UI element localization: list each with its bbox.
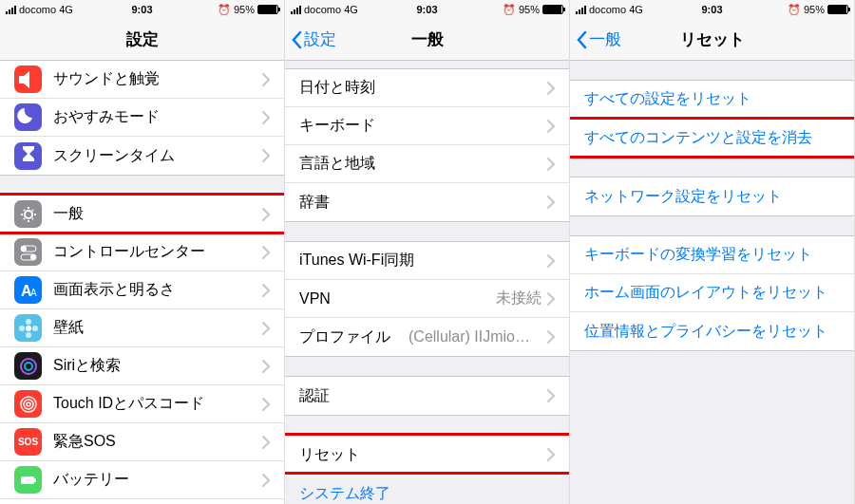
list-row[interactable]: 言語と地域 (285, 145, 569, 183)
group: サウンドと触覚おやすみモードスクリーンタイム (0, 61, 284, 176)
settings-row[interactable]: Siriと検索 (0, 347, 284, 385)
flower-icon (14, 314, 42, 342)
chevron-right-icon (262, 322, 270, 335)
svg-point-8 (26, 319, 31, 325)
status-time: 9:03 (131, 4, 152, 15)
battery-icon (257, 5, 278, 14)
status-bar: docomo 4G 9:03 ⏰ 95% (285, 0, 569, 19)
list-row[interactable]: キーボードの変換学習をリセット (570, 236, 854, 274)
row-label: 日付と時刻 (299, 78, 547, 98)
row-label: 緊急SOS (53, 432, 262, 452)
screen-reset: docomo 4G 9:03 ⏰ 95% 一般 リセット すべての設定をリセット… (570, 0, 855, 504)
list-row[interactable]: 位置情報とプライバシーをリセット (570, 312, 854, 350)
chevron-right-icon (262, 436, 270, 449)
reset-list[interactable]: すべての設定をリセットすべてのコンテンツと設定を消去 ネットワーク設定をリセット… (570, 61, 854, 504)
settings-row[interactable]: 一般 (0, 196, 284, 233)
settings-list[interactable]: サウンドと触覚おやすみモードスクリーンタイム 一般コントロールセンターAA画面表… (0, 61, 284, 504)
chevron-right-icon (262, 73, 270, 86)
carrier: docomo (304, 4, 341, 15)
list-row[interactable]: すべてのコンテンツと設定を消去 (570, 119, 854, 157)
row-label: 言語と地域 (299, 154, 547, 174)
svg-point-16 (27, 402, 30, 406)
svg-point-11 (32, 326, 38, 331)
battery-icon (14, 466, 42, 494)
back-button[interactable]: 設定 (291, 28, 336, 50)
moon-icon (14, 103, 42, 131)
text-icon: AA (14, 276, 42, 304)
group: 認証 (285, 376, 569, 416)
svg-point-12 (21, 359, 36, 374)
settings-row[interactable]: SOS緊急SOS (0, 423, 284, 461)
chevron-right-icon (262, 111, 270, 124)
carrier: docomo (589, 4, 626, 15)
settings-row[interactable]: Touch IDとパスコード (0, 385, 284, 423)
svg-point-13 (25, 363, 32, 370)
settings-row[interactable]: サウンドと触覚 (0, 61, 284, 99)
signal-icon (6, 6, 16, 14)
settings-row[interactable]: 壁紙 (0, 309, 284, 347)
chevron-right-icon (547, 448, 555, 461)
settings-row[interactable]: おやすみモード (0, 99, 284, 137)
row-label: iTunes Wi-Fi同期 (299, 251, 547, 271)
chevron-right-icon (262, 360, 270, 373)
general-list[interactable]: 日付と時刻キーボード言語と地域辞書 iTunes Wi-Fi同期VPN未接続プロ… (285, 61, 569, 504)
row-label: ネットワーク設定をリセット (584, 187, 840, 207)
row-label: スクリーンタイム (53, 146, 262, 166)
back-button[interactable]: 一般 (576, 28, 621, 50)
page-title: 設定 (126, 28, 159, 50)
list-row[interactable]: ホーム画面のレイアウトをリセット (570, 274, 854, 312)
shutdown-label: システム終了 (299, 484, 555, 504)
alarm-icon: ⏰ (503, 4, 516, 16)
settings-row[interactable]: AA画面表示と明るさ (0, 271, 284, 309)
svg-rect-17 (21, 476, 34, 484)
switches-icon (14, 238, 42, 266)
chevron-right-icon (547, 196, 555, 209)
list-row[interactable]: ネットワーク設定をリセット (570, 177, 854, 215)
list-row[interactable]: プロファイル(Cellular) IIJmioモバイルサ… (285, 318, 569, 356)
settings-row[interactable]: バッテリー (0, 461, 284, 499)
list-row[interactable]: すべての設定をリセット (570, 81, 854, 119)
group: 日付と時刻キーボード言語と地域辞書 (285, 68, 569, 222)
settings-row[interactable]: プライバシー (0, 499, 284, 504)
screen-general: docomo 4G 9:03 ⏰ 95% 設定 一般 日付と時刻キーボード言語と… (285, 0, 570, 504)
chevron-right-icon (547, 389, 555, 402)
row-label: 位置情報とプライバシーをリセット (584, 322, 840, 342)
shutdown-row[interactable]: システム終了 (285, 475, 569, 504)
sos-icon: SOS (14, 428, 42, 456)
list-row[interactable]: 認証 (285, 377, 569, 415)
row-label: プロファイル (299, 327, 408, 347)
row-label: すべての設定をリセット (584, 89, 840, 109)
chevron-right-icon (547, 330, 555, 344)
list-row[interactable]: VPN未接続 (285, 280, 569, 318)
row-label: 辞書 (299, 193, 547, 213)
battery-icon (827, 5, 848, 14)
nav-bar: 一般 リセット (570, 19, 854, 61)
siri-icon (14, 352, 42, 380)
row-label: すべてのコンテンツと設定を消去 (584, 128, 840, 148)
chevron-right-icon (547, 158, 555, 171)
settings-row[interactable]: スクリーンタイム (0, 137, 284, 175)
list-row[interactable]: 日付と時刻 (285, 69, 569, 107)
chevron-right-icon (547, 82, 555, 95)
svg-point-10 (19, 326, 25, 331)
row-label: 認証 (299, 386, 547, 406)
back-label: 一般 (589, 28, 621, 50)
list-row[interactable]: リセット (285, 436, 569, 474)
svg-point-7 (26, 326, 31, 331)
battery-icon (542, 5, 563, 14)
row-label: バッテリー (53, 470, 262, 490)
chevron-right-icon (262, 284, 270, 297)
chevron-right-icon (262, 246, 270, 259)
row-label: Touch IDとパスコード (53, 394, 262, 414)
touchid-icon (14, 390, 42, 418)
settings-row[interactable]: コントロールセンター (0, 233, 284, 271)
svg-point-0 (25, 211, 32, 218)
screen-settings: docomo 4G 9:03 ⏰ 95% 設定 サウンドと触覚おやすみモードスク… (0, 0, 285, 504)
list-row[interactable]: iTunes Wi-Fi同期 (285, 242, 569, 280)
chevron-left-icon (291, 30, 302, 49)
list-row[interactable]: 辞書 (285, 183, 569, 221)
list-row[interactable]: キーボード (285, 107, 569, 145)
row-label: VPN (299, 290, 496, 308)
row-label: 画面表示と明るさ (53, 280, 262, 300)
battery-pct: 95% (519, 4, 540, 15)
